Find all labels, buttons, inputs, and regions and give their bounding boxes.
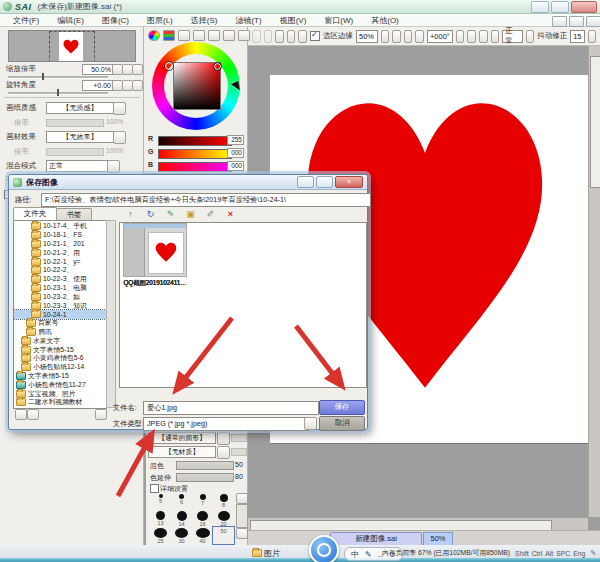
tab-folders[interactable]: 文件夹: [13, 207, 57, 221]
brush-size-item[interactable]: 7: [192, 493, 213, 510]
new-file-icon[interactable]: ✎: [163, 208, 178, 221]
size-scrollbar-thumb[interactable]: [236, 504, 248, 528]
brush-size-item[interactable]: 5: [150, 493, 171, 510]
brush-size-item[interactable]: 30: [171, 527, 192, 544]
selection-edge-checkbox[interactable]: [310, 31, 320, 41]
filetype-select[interactable]: JPEG (*.jpg *.jpeg): [143, 417, 309, 431]
menu-item[interactable]: 窗口(W): [315, 15, 362, 26]
rotate-reset-button[interactable]: [491, 30, 500, 43]
tree-nav-button-3[interactable]: [95, 409, 107, 420]
undo-button[interactable]: [252, 30, 261, 43]
invert-selection-button[interactable]: [287, 30, 296, 43]
menu-item[interactable]: 视图(V): [271, 15, 316, 26]
pictures-taskbar-item[interactable]: 图片: [264, 548, 280, 559]
file-thumbnail[interactable]: QQ截图2019102411…: [120, 223, 190, 288]
rgb-slider-icon[interactable]: [163, 30, 175, 41]
tree-nav-button-2[interactable]: [27, 409, 39, 420]
menu-item[interactable]: 编辑(E): [48, 15, 93, 26]
b-slider[interactable]: [158, 162, 232, 172]
path-field[interactable]: F:\百度经验、表情包\软件电脑百度经验+今日头条\2019年百度经验\10-2…: [41, 193, 371, 207]
dialog-minimize-button[interactable]: [297, 176, 314, 188]
doc-minimize-button[interactable]: [552, 16, 567, 27]
filetype-dropdown-button[interactable]: [304, 417, 317, 430]
nav-zoom-reset-button[interactable]: [132, 64, 143, 75]
stabilizer-dropdown-button[interactable]: [588, 30, 597, 43]
stabilizer-value[interactable]: 15: [570, 30, 584, 43]
menu-item[interactable]: 文件(F): [4, 15, 48, 26]
size-scroll-up-button[interactable]: [236, 493, 248, 504]
angle-field[interactable]: +000°: [427, 30, 453, 43]
hsv-slider-icon[interactable]: [178, 30, 190, 41]
nav-rotate-reset-button[interactable]: [132, 80, 143, 91]
paint-mode-dropdown-button[interactable]: [526, 30, 535, 43]
redo-button[interactable]: [264, 30, 273, 43]
brush-size-item[interactable]: 13: [150, 510, 171, 527]
hue-ring[interactable]: [152, 42, 240, 130]
vertical-scrollbar[interactable]: [588, 46, 600, 517]
zoom-out-button[interactable]: [392, 30, 401, 43]
doc-close-button[interactable]: [586, 16, 600, 27]
swatches-icon[interactable]: [208, 30, 220, 41]
tree-scrollbar[interactable]: [106, 220, 116, 408]
panel-settings-icon[interactable]: [238, 30, 250, 41]
navigator-zoom-slider[interactable]: [8, 76, 108, 79]
menu-item[interactable]: 滤镜(T): [226, 15, 270, 26]
tree-nav-button-1[interactable]: [15, 409, 27, 420]
folder-tree-item[interactable]: 10-23-3、知识: [14, 301, 106, 310]
navigator-preview[interactable]: [8, 30, 136, 62]
paint-mode-select[interactable]: 正常: [502, 30, 522, 43]
navigator-angle-slider[interactable]: [8, 92, 108, 95]
filename-field[interactable]: 爱心1.jpg: [143, 401, 319, 415]
brush-size-item[interactable]: 6: [171, 493, 192, 510]
brush-size-item[interactable]: 25: [150, 527, 171, 544]
horizontal-scrollbar[interactable]: [248, 517, 588, 530]
r-slider[interactable]: [158, 136, 232, 146]
blend-mode-dropdown-button[interactable]: [107, 160, 120, 173]
brush-shape-dropdown-button[interactable]: [217, 432, 230, 445]
brush-texture-dropdown-button[interactable]: [217, 446, 230, 459]
saturation-value-square[interactable]: [173, 62, 221, 110]
paper-texture-select[interactable]: 【无质感】: [46, 102, 114, 114]
doc-restore-button[interactable]: [569, 16, 584, 27]
brush-size-item[interactable]: 16: [192, 510, 213, 527]
rotate-ccw-button[interactable]: [456, 30, 465, 43]
menu-item[interactable]: 图像(C): [93, 15, 138, 26]
color-mixer-icon[interactable]: [193, 30, 205, 41]
brush-size-item[interactable]: 14: [171, 510, 192, 527]
dialog-maximize-button[interactable]: [316, 176, 333, 188]
paper-texture-dropdown-button[interactable]: [113, 102, 126, 115]
material-effect-dropdown-button[interactable]: [113, 131, 126, 144]
rename-icon[interactable]: ✐: [203, 208, 218, 221]
up-folder-icon[interactable]: ↑: [123, 208, 138, 221]
brush-size-item[interactable]: 20: [213, 510, 234, 527]
size-scroll-down-button[interactable]: [236, 528, 248, 539]
ime-icon[interactable]: ✎: [365, 550, 372, 559]
dialog-close-button[interactable]: ×: [335, 176, 363, 188]
close-button[interactable]: [571, 1, 597, 13]
r-value[interactable]: 255: [227, 135, 244, 145]
folder-tree-item[interactable]: 二建水利视频教材: [14, 398, 106, 407]
brush-blend-slider[interactable]: [176, 461, 234, 470]
scratchpad-icon[interactable]: [223, 30, 235, 41]
deselect-button[interactable]: [275, 30, 284, 43]
delete-icon[interactable]: ×: [223, 208, 238, 221]
menu-item[interactable]: 选择(S): [182, 15, 227, 26]
save-button[interactable]: 保存: [319, 400, 365, 415]
new-folder-icon[interactable]: ▣: [183, 208, 198, 221]
rotate-cw-button[interactable]: [467, 30, 476, 43]
zoom-field[interactable]: 50%: [356, 30, 378, 43]
expand-selection-button[interactable]: [298, 30, 307, 43]
b-value[interactable]: 000: [227, 161, 244, 171]
g-value[interactable]: 000: [227, 148, 244, 158]
vertical-scrollbar-thumb[interactable]: [590, 56, 600, 188]
menu-item[interactable]: 其他(O): [362, 15, 408, 26]
detail-settings-checkbox[interactable]: [150, 484, 159, 493]
ime-icon[interactable]: 中: [351, 549, 359, 560]
cancel-button[interactable]: 取消: [319, 416, 365, 431]
brush-size-item[interactable]: 8: [213, 493, 234, 510]
brush-dilute-slider[interactable]: [176, 473, 234, 482]
color-wheel-icon[interactable]: [148, 30, 160, 41]
maximize-button[interactable]: [551, 1, 569, 13]
blend-mode-select[interactable]: 正常: [46, 160, 108, 172]
flip-button[interactable]: [479, 30, 488, 43]
